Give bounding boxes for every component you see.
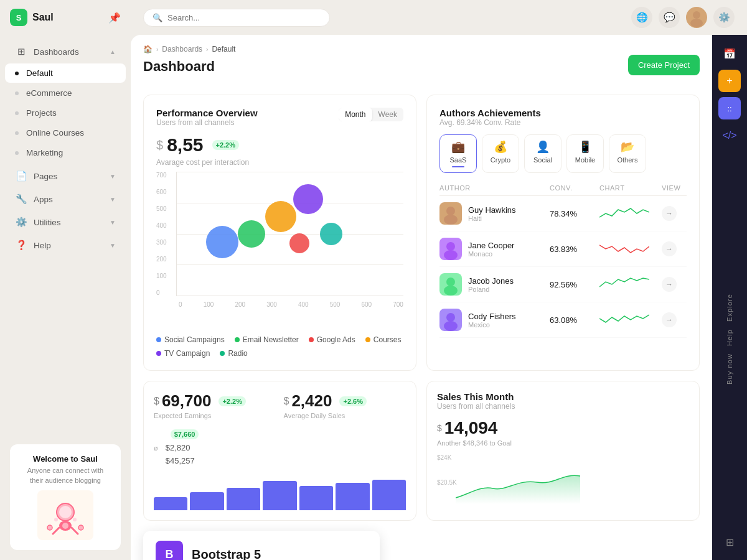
legend-tv: TV Campaign (156, 349, 210, 358)
sparkline (599, 276, 649, 293)
author-conv: 63.83% (550, 245, 599, 254)
expected-earnings: $ 69,700 +2.2% Expected Earnings (154, 391, 276, 419)
tab-crypto[interactable]: 💰 Crypto (482, 134, 519, 173)
view-button[interactable]: → (662, 277, 677, 292)
metric-value: 8,55 (167, 134, 203, 156)
sidebar: S Saul 📌 ⊞ Dashboards ▲ Default eCommerc… (0, 0, 131, 560)
svg-point-12 (446, 207, 455, 215)
welcome-image (37, 490, 93, 540)
buy-label: Buy now (726, 353, 733, 385)
sidebar-item-marketing[interactable]: Marketing (5, 143, 126, 162)
sparkline (599, 240, 649, 258)
breadcrumb-default: Default (212, 45, 235, 54)
sales-value: 14,094 (444, 418, 498, 438)
buy-section: Buy now (726, 353, 733, 385)
daily-badge: +2.6% (339, 396, 367, 406)
author-info: Guy Hawkins Haiti (439, 202, 550, 225)
view-button[interactable]: → (662, 206, 677, 221)
breadcrumb-dashboards[interactable]: Dashboards (162, 45, 202, 54)
sidebar-item-dashboards[interactable]: ⊞ Dashboards ▲ (5, 40, 126, 63)
help-label: Help (726, 329, 733, 346)
sidebar-item-utilities[interactable]: ⚙️ Utilities ▼ (5, 211, 126, 233)
pages-icon: 📄 (15, 170, 27, 182)
svg-point-19 (444, 321, 458, 331)
avatar[interactable] (686, 7, 707, 28)
metric-label: Avarage cost per interaction (156, 158, 403, 167)
messages-icon[interactable]: 💬 (659, 7, 680, 28)
author-info: Jane Cooper Monaco (439, 238, 550, 260)
svg-point-8 (47, 525, 52, 530)
content-wrapper: 🏠 › Dashboards › Default Dashboard Creat… (131, 35, 747, 560)
svg-line-5 (72, 528, 78, 534)
search-box[interactable]: 🔍 (143, 9, 330, 27)
performance-card-header: Performance Overview Users from all chan… (156, 108, 403, 127)
author-name: Guy Hawkins (468, 205, 516, 215)
nav-dot (15, 131, 19, 135)
calendar-icon[interactable]: 📅 (718, 42, 741, 65)
code-icon[interactable]: </> (718, 124, 741, 147)
daily-value: 2,420 (291, 391, 332, 411)
chevron-down-icon: ▼ (110, 219, 116, 226)
grid-icon[interactable]: :: (718, 97, 741, 119)
sidebar-item-online-courses[interactable]: Online Courses (5, 123, 126, 142)
search-input[interactable] (167, 13, 321, 22)
sidebar-item-projects[interactable]: Projects (5, 103, 126, 123)
sidebar-item-apps[interactable]: 🔧 Apps ▼ (5, 188, 126, 210)
chevron-down-icon: ▼ (110, 242, 116, 249)
bar (263, 481, 296, 510)
content: 🏠 › Dashboards › Default Dashboard Creat… (131, 35, 747, 560)
settings-icon[interactable]: ⚙️ (713, 7, 735, 28)
view-button[interactable]: → (662, 241, 677, 256)
topbar: 🔍 🌐 💬 ⚙️ (131, 0, 747, 35)
view-button[interactable]: → (662, 312, 677, 327)
author-name: Cody Fishers (468, 312, 516, 321)
create-project-button[interactable]: Create Project (628, 55, 700, 75)
bubble-google (265, 201, 296, 232)
period-toggle: Month Week (339, 108, 403, 121)
sidebar-bottom: Welcome to Saul Anyone can connect with … (0, 434, 131, 560)
help-icon: ❓ (15, 239, 27, 251)
author-info: Jacob Jones Poland (439, 273, 550, 296)
apps-icon: 🔧 (15, 193, 27, 205)
pin-icon[interactable]: 📌 (108, 12, 121, 24)
page-title: Dashboard (143, 58, 235, 75)
sparkline (599, 205, 649, 222)
panel-icon-bottom[interactable]: ⊞ (718, 531, 741, 553)
bootstrap-card-container: B Bootstrap 5 (143, 531, 380, 560)
add-icon[interactable]: + (718, 70, 741, 92)
sparkline (599, 311, 649, 329)
authors-title: Authors Achievements (439, 108, 541, 118)
bubble-email (238, 220, 265, 248)
sidebar-item-pages[interactable]: 📄 Pages ▼ (5, 165, 126, 187)
welcome-card: Welcome to Saul Anyone can connect with … (10, 444, 121, 550)
tab-mobile[interactable]: 📱 Mobile (566, 134, 604, 173)
sidebar-item-help[interactable]: ❓ Help ▼ (5, 234, 126, 256)
sidebar-item-ecommerce[interactable]: eCommerce (5, 83, 126, 103)
daily-label: Average Daily Sales (284, 412, 406, 419)
bootstrap-label: Bootstrap 5 (192, 548, 261, 561)
tab-social[interactable]: 👤 Social (524, 134, 561, 173)
month-toggle[interactable]: Month (339, 108, 372, 121)
svg-point-3 (62, 523, 68, 529)
bootstrap-card: B Bootstrap 5 (143, 531, 380, 560)
week-toggle[interactable]: Week (372, 108, 403, 121)
others-icon: 📂 (621, 140, 634, 154)
authors-header: Authors Achievements Avg. 69.34% Conv. R… (439, 108, 687, 127)
svg-point-7 (73, 518, 77, 521)
bubble-ads (289, 233, 309, 253)
chevron-down-icon: ▼ (110, 173, 116, 180)
sales-goal: Another $48,346 to Goal (437, 439, 689, 447)
tab-saas[interactable]: 💼 SaaS (439, 134, 477, 173)
tab-others[interactable]: 📂 Others (609, 134, 646, 173)
chevron-down-icon: ▼ (110, 196, 116, 203)
performance-subtitle: Users from all channels (156, 118, 258, 127)
breadcrumb-home[interactable]: 🏠 (143, 45, 153, 54)
nav-dot (15, 111, 19, 115)
sidebar-item-default[interactable]: Default (5, 63, 126, 83)
daily-sales: $ 2,420 +2.6% Average Daily Sales (284, 391, 406, 419)
expected-value: 69,700 (162, 391, 212, 411)
y-axis: 700 600 500 400 300 200 100 0 (156, 172, 167, 296)
notifications-icon[interactable]: 🌐 (631, 7, 652, 28)
nav-dot (15, 151, 19, 155)
bar (336, 483, 369, 510)
